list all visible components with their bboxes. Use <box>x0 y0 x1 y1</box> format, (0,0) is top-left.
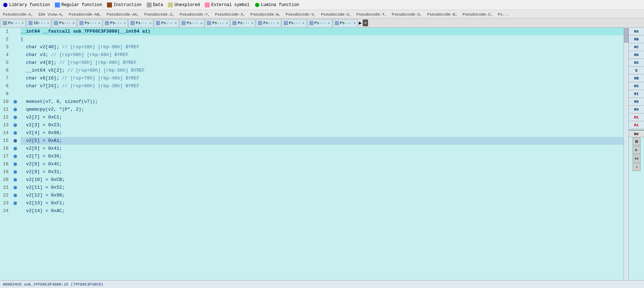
scrollbar-thumb[interactable] <box>624 28 628 43</box>
file-tab-7[interactable]: Ps··· ✕ <box>179 19 204 27</box>
code-text-14: v2[4] = 0x98; <box>21 129 62 137</box>
file-tab-icon-9 <box>232 21 237 25</box>
file-tab-close-4[interactable]: ✕ <box>124 21 126 25</box>
legend-bar: Library function Regular function Instru… <box>0 0 644 10</box>
file-tab-close-1[interactable]: ✕ <box>47 21 49 25</box>
tab-pseudocode-y[interactable]: Pseudocode-Y, <box>178 12 213 17</box>
tab-pseudocode-u[interactable]: Pseudocode-U, <box>320 12 354 17</box>
breakpoint-dot-12[interactable] <box>13 116 17 119</box>
debug-btn-2[interactable] <box>633 146 640 154</box>
file-tab-0[interactable]: Ps··· ✕ <box>1 19 26 27</box>
code-line-4: char v3; // [rsp+50h] [rbp-68h] BYREF <box>21 51 623 59</box>
tab-pseudocode-c[interactable]: Pseudocode-C, <box>461 12 496 17</box>
file-tab-close-2[interactable]: ✕ <box>73 21 75 25</box>
tab-pseudocode-a[interactable]: Pseudocode-A, <box>1 12 36 17</box>
tab-pseudocode-v[interactable]: Pseudocode-V, <box>284 12 319 17</box>
file-tab-13[interactable]: Ps··· ✕ <box>333 19 358 27</box>
file-tab-4[interactable]: Ps··· ✕ <box>103 19 128 27</box>
reg-ri[interactable]: RI <box>629 90 644 98</box>
breakpoint-dot-14[interactable] <box>13 131 17 135</box>
breakpoint-dot-10[interactable] <box>13 100 17 104</box>
file-tab-close-12[interactable]: ✕ <box>328 21 330 25</box>
file-tab-close-0[interactable]: ✕ <box>22 21 24 25</box>
breakpoint-dot-23[interactable] <box>13 201 17 205</box>
code-line-21: v2[11] = 0x52; <box>21 184 623 192</box>
breakpoint-dot-17[interactable] <box>13 155 17 158</box>
reg-d[interactable]: D <box>629 67 644 74</box>
reg-r8[interactable]: R8 <box>629 98 644 106</box>
debug-btn-3[interactable] <box>633 155 640 162</box>
file-tab-close-8[interactable]: ✕ <box>226 21 228 25</box>
reg-rb[interactable]: RB <box>629 35 644 43</box>
tab-pseudocode-t[interactable]: Pseudocode-T, <box>355 12 390 17</box>
file-tab-close-10[interactable]: ✕ <box>277 21 279 25</box>
tab-pseudocode-s[interactable]: Pseudocode-S, <box>390 12 425 17</box>
code-line-1: __int64 __fastcall sub_7FF66C3F3080(__in… <box>21 28 623 35</box>
reg-rd[interactable]: RD <box>629 51 644 59</box>
legend-lumina-function-label: Lumina function <box>261 2 299 7</box>
tab-pseudocode-z[interactable]: Pseudocode-Z, <box>143 12 177 17</box>
file-tab-icon-2 <box>54 21 58 25</box>
code-line-14: v2[4] = 0x98; <box>21 129 623 137</box>
code-line-16: v2[6] = 0x41; <box>21 145 623 153</box>
breakpoint-dot-11[interactable] <box>13 108 17 111</box>
vertical-scrollbar[interactable] <box>623 28 628 280</box>
svg-point-6 <box>255 3 259 7</box>
tab-pseudocode-more[interactable]: Ps... <box>497 12 513 17</box>
code-line-2: { <box>21 35 623 43</box>
file-tab-9[interactable]: Ps··· ✕ <box>230 19 255 27</box>
tab-pseudocode-w[interactable]: Pseudocode-W, <box>249 12 284 17</box>
tab-overflow-arrow[interactable]: ▶ <box>359 20 362 26</box>
reg-r1a[interactable]: R1 <box>629 113 644 121</box>
file-tab-close-11[interactable]: ✕ <box>303 21 305 25</box>
breakpoint-dot-13[interactable] <box>13 123 17 127</box>
file-tab-close-3[interactable]: ✕ <box>98 21 100 25</box>
reg-rc[interactable]: RC <box>629 43 644 51</box>
code-lines-area: __int64 __fastcall sub_7FF66C3F3080(__in… <box>19 28 623 280</box>
tab-ida-view-a[interactable]: IDA View-A, <box>37 12 67 17</box>
tab-pseudocode-x[interactable]: Pseudocode-X, <box>214 12 248 17</box>
debug-btn-1[interactable] <box>633 138 640 145</box>
file-tab-icon-1 <box>28 21 33 25</box>
file-tab-icon-3 <box>79 21 84 25</box>
reg-ra[interactable]: RA <box>629 28 644 35</box>
tab-pseudocode-ab[interactable]: Pseudocode-AB, <box>67 12 104 17</box>
register-panel: RA RB RC RD RS D RB RS RI R8 R9 R1 R1 De <box>628 28 644 280</box>
file-tab-5[interactable]: Ps··· ✕ <box>128 19 153 27</box>
tab-close-all[interactable]: ✕ <box>363 20 368 26</box>
file-tab-11[interactable]: Ps··· ✕ <box>282 19 307 27</box>
file-tab-close-7[interactable]: ✕ <box>200 21 202 25</box>
file-tab-1[interactable]: ID··· ✕ <box>26 19 51 27</box>
code-line-15: v2[5] = 0xA1; <box>21 137 623 145</box>
file-tab-2[interactable]: Ps··· ✕ <box>52 19 77 27</box>
reg-rs2[interactable]: RS <box>629 82 644 90</box>
tab-pseudocode-aa[interactable]: Pseudocode-AA, <box>105 12 142 17</box>
breakpoint-dot-20[interactable] <box>13 178 17 182</box>
breakpoint-dot-15[interactable] <box>13 139 17 143</box>
code-line-3: char v2[40]; // [rsp+28h] [rbp-90h] BYRE… <box>21 43 623 51</box>
file-tab-8[interactable]: Ps··· ✕ <box>205 19 230 27</box>
main-area: 1 2 3 4 5 6 7 8 9 10 11 12 13 14 15 16 1… <box>0 28 644 280</box>
breakpoint-dot-16[interactable] <box>13 147 17 150</box>
file-tab-3[interactable]: Ps··· ✕ <box>77 19 102 27</box>
file-tab-12[interactable]: Ps··· ✕ <box>307 19 332 27</box>
file-tab-label-3: Ps··· <box>85 21 96 25</box>
reg-r1b[interactable]: R1 <box>629 121 644 129</box>
file-tab-close-9[interactable]: ✕ <box>251 21 253 25</box>
breakpoint-dot-18[interactable] <box>13 162 17 166</box>
file-tab-6[interactable]: Ps··· ✕ <box>154 19 179 27</box>
breakpoint-dot-22[interactable] <box>13 194 17 197</box>
breakpoint-dot-19[interactable] <box>13 170 17 174</box>
file-tab-close-13[interactable]: ✕ <box>354 21 356 25</box>
breakpoint-dot-21[interactable] <box>13 186 17 189</box>
file-tab-close-6[interactable]: ✕ <box>175 21 177 25</box>
reg-rb2[interactable]: RB <box>629 74 644 82</box>
file-tab-close-5[interactable]: ✕ <box>149 21 151 25</box>
tab-pseudocode-b[interactable]: Pseudocode-B, <box>426 12 461 17</box>
code-line-6: __int64 v5[2]; // [rsp+60h] [rbp-58h] BY… <box>21 67 623 74</box>
code-text-17: v2[7] = 0x36; <box>21 153 62 160</box>
debug-btn-4[interactable] <box>633 163 640 171</box>
file-tab-10[interactable]: Ps··· ✕ <box>256 19 281 27</box>
reg-r9[interactable]: R9 <box>629 106 644 113</box>
reg-rs[interactable]: RS <box>629 59 644 67</box>
